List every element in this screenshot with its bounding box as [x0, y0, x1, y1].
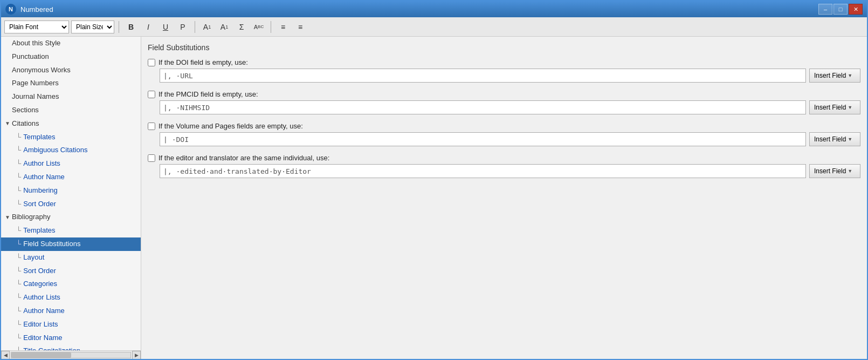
- expand-icon-journal-names: [3, 93, 12, 101]
- toolbar-separator-2: [195, 21, 195, 33]
- align-right-button[interactable]: ≡: [293, 21, 308, 33]
- sidebar-item-bib-title-cap[interactable]: └ Title Capitalization: [1, 344, 141, 350]
- sidebar-item-cit-sort-order[interactable]: └ Sort Order: [1, 198, 141, 211]
- sidebar-item-bibliography[interactable]: ▼ Bibliography: [1, 210, 141, 224]
- connector-bib-sort-order: └: [16, 266, 21, 277]
- sidebar-tree: About this Style Punctuation Anonymous W…: [1, 37, 141, 350]
- volume-pages-textbox[interactable]: [160, 132, 806, 146]
- font-select[interactable]: Plain Font Arial Times New Roman: [4, 21, 69, 33]
- doi-label: If the DOI field is empty, use:: [148, 58, 860, 66]
- pmcid-insert-dropdown-arrow: ▼: [848, 105, 852, 110]
- pmcid-label: If the PMCID field is empty, use:: [148, 90, 860, 98]
- volume-pages-insert-dropdown-arrow: ▼: [848, 137, 852, 142]
- editor-translator-input-row: Insert Field ▼: [148, 164, 860, 178]
- sidebar-container: About this Style Punctuation Anonymous W…: [1, 37, 141, 359]
- editor-translator-checkbox[interactable]: [148, 154, 155, 162]
- volume-pages-insert-field-button[interactable]: Insert Field ▼: [809, 132, 860, 146]
- connector-bib-editor-name: └: [16, 332, 21, 344]
- sigma-button[interactable]: Σ: [234, 21, 249, 33]
- sidebar-item-bib-templates[interactable]: └ Templates: [1, 224, 141, 237]
- hscroll-track[interactable]: [11, 352, 131, 358]
- sidebar-item-bib-layout[interactable]: └ Layout: [1, 251, 141, 264]
- connector-bib-title-cap: └: [16, 345, 21, 350]
- title-bar: N Numbered – □ ✕: [1, 1, 867, 17]
- doi-insert-dropdown-arrow: ▼: [848, 73, 852, 78]
- sidebar-item-cit-ambiguous[interactable]: └ Ambiguous Citations: [1, 144, 141, 157]
- main-window: N Numbered – □ ✕ Plain Font Arial Times …: [0, 0, 868, 360]
- expand-icon-about: [3, 39, 12, 47]
- expand-icon-page-numbers: [3, 79, 12, 88]
- doi-insert-field-button[interactable]: Insert Field ▼: [809, 69, 860, 83]
- maximize-button[interactable]: □: [833, 4, 848, 15]
- field-sub-row-pmcid: If the PMCID field is empty, use: Insert…: [148, 90, 860, 114]
- sidebar-item-bib-author-lists[interactable]: └ Author Lists: [1, 291, 141, 304]
- connector-bib-field-subs: └: [16, 239, 21, 250]
- connector-cit-numbering: └: [16, 185, 21, 196]
- toolbar-separator-1: [119, 21, 119, 33]
- underline-button[interactable]: U: [158, 21, 173, 33]
- editor-translator-textbox[interactable]: [160, 164, 806, 178]
- sidebar-item-bib-editor-lists[interactable]: └ Editor Lists: [1, 318, 141, 331]
- sidebar-item-sections[interactable]: Sections: [1, 104, 141, 117]
- volume-pages-input-row: Insert Field ▼: [148, 132, 860, 146]
- sidebar-item-cit-templates[interactable]: └ Templates: [1, 131, 141, 144]
- minimize-button[interactable]: –: [818, 4, 832, 15]
- sidebar-item-bib-author-name[interactable]: └ Author Name: [1, 304, 141, 318]
- connector-bib-author-name: └: [16, 305, 21, 317]
- editor-translator-insert-field-button[interactable]: Insert Field ▼: [809, 164, 860, 178]
- scroll-right-button[interactable]: ▶: [132, 351, 141, 359]
- plain-button[interactable]: P: [175, 21, 190, 33]
- sidebar-item-anonymous[interactable]: Anonymous Works: [1, 64, 141, 77]
- sidebar-item-bib-editor-name[interactable]: └ Editor Name: [1, 331, 141, 345]
- editor-translator-insert-dropdown-arrow: ▼: [848, 168, 852, 174]
- doi-input-row: Insert Field ▼: [148, 69, 860, 83]
- abc-button[interactable]: ABC: [251, 21, 266, 33]
- connector-bib-templates: └: [16, 225, 21, 236]
- italic-button[interactable]: I: [141, 21, 156, 33]
- bold-button[interactable]: B: [123, 21, 139, 33]
- sidebar-item-page-numbers[interactable]: Page Numbers: [1, 77, 141, 90]
- connector-bib-author-lists: └: [16, 292, 21, 303]
- doi-checkbox[interactable]: [148, 59, 155, 66]
- expand-icon-anonymous: [3, 66, 12, 74]
- toolbar-separator-3: [271, 21, 271, 33]
- expand-icon-bibliography: ▼: [3, 213, 12, 222]
- volume-pages-checkbox[interactable]: [148, 123, 155, 130]
- subscript-button[interactable]: A1: [217, 21, 232, 33]
- connector-bib-editor-lists: └: [16, 319, 21, 330]
- sidebar-item-bib-field-subs[interactable]: └ Field Substitutions: [1, 237, 141, 251]
- sidebar-item-cit-author-lists[interactable]: └ Author Lists: [1, 157, 141, 171]
- sidebar-item-cit-numbering[interactable]: └ Numbering: [1, 184, 141, 198]
- sidebar-item-journal-names[interactable]: Journal Names: [1, 90, 141, 104]
- window-controls: – □ ✕: [818, 4, 863, 15]
- pmcid-insert-field-button[interactable]: Insert Field ▼: [809, 100, 860, 114]
- close-button[interactable]: ✕: [849, 4, 863, 15]
- sidebar-item-about[interactable]: About this Style: [1, 37, 141, 50]
- field-sub-row-doi: If the DOI field is empty, use: Insert F…: [148, 58, 860, 83]
- connector-bib-layout: └: [16, 252, 21, 263]
- pmcid-checkbox[interactable]: [148, 91, 155, 98]
- size-select[interactable]: Plain Size 10 11 12: [71, 21, 114, 33]
- main-area: About this Style Punctuation Anonymous W…: [1, 37, 867, 359]
- connector-cit-author-name: └: [16, 172, 21, 183]
- expand-icon-punctuation: [3, 52, 12, 61]
- sidebar-item-punctuation[interactable]: Punctuation: [1, 50, 141, 64]
- editor-translator-label: If the editor and translator are the sam…: [148, 154, 860, 162]
- section-title: Field Substitutions: [148, 43, 860, 52]
- doi-textbox[interactable]: [160, 69, 806, 83]
- window-title: Numbered: [20, 5, 818, 13]
- pmcid-textbox[interactable]: [160, 100, 806, 114]
- sidebar-item-cit-author-name[interactable]: └ Author Name: [1, 171, 141, 184]
- sidebar-item-bib-sort-order[interactable]: └ Sort Order: [1, 264, 141, 278]
- expand-icon-sections: [3, 106, 12, 114]
- connector-cit-templates: └: [16, 132, 21, 143]
- connector-bib-categories: └: [16, 279, 21, 290]
- sidebar-item-bib-categories[interactable]: └ Categories: [1, 277, 141, 291]
- align-left-button[interactable]: ≡: [275, 21, 291, 33]
- scroll-left-button[interactable]: ◀: [1, 351, 10, 359]
- volume-pages-label: If the Volume and Pages fields are empty…: [148, 122, 860, 130]
- connector-cit-sort-order: └: [16, 199, 21, 210]
- superscript-button[interactable]: A1: [199, 21, 215, 33]
- sidebar-item-citations[interactable]: ▼ Citations: [1, 117, 141, 131]
- toolbar: Plain Font Arial Times New Roman Plain S…: [1, 17, 867, 37]
